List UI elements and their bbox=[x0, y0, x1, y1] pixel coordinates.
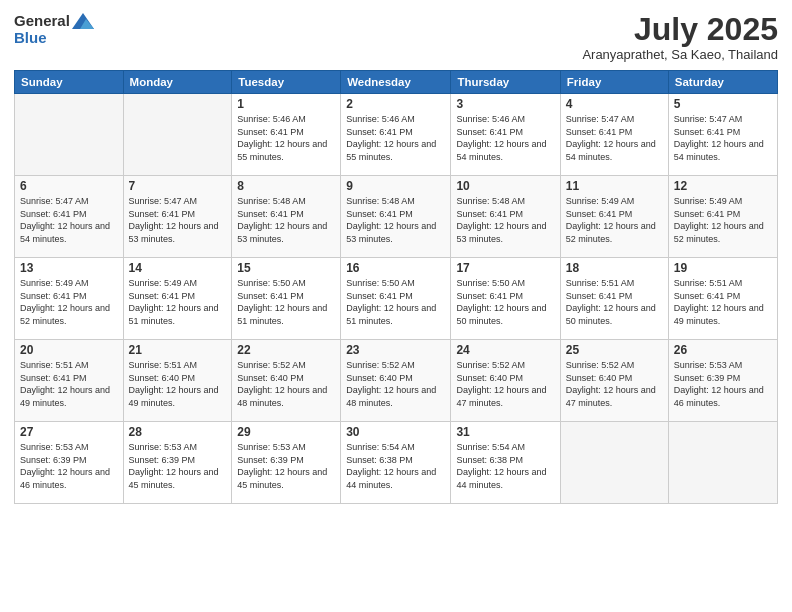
day-number: 29 bbox=[237, 425, 335, 439]
day-info: Sunrise: 5:50 AM Sunset: 6:41 PM Dayligh… bbox=[346, 277, 445, 327]
day-number: 8 bbox=[237, 179, 335, 193]
calendar-header-monday: Monday bbox=[123, 71, 232, 94]
page: General Blue July 2025 Aranyaprathet, Sa… bbox=[0, 0, 792, 612]
calendar-day-cell: 6Sunrise: 5:47 AM Sunset: 6:41 PM Daylig… bbox=[15, 176, 124, 258]
calendar-day-cell: 13Sunrise: 5:49 AM Sunset: 6:41 PM Dayli… bbox=[15, 258, 124, 340]
calendar-day-cell: 25Sunrise: 5:52 AM Sunset: 6:40 PM Dayli… bbox=[560, 340, 668, 422]
calendar-day-cell: 28Sunrise: 5:53 AM Sunset: 6:39 PM Dayli… bbox=[123, 422, 232, 504]
calendar-day-cell bbox=[668, 422, 777, 504]
day-info: Sunrise: 5:52 AM Sunset: 6:40 PM Dayligh… bbox=[456, 359, 554, 409]
day-number: 16 bbox=[346, 261, 445, 275]
calendar-day-cell: 31Sunrise: 5:54 AM Sunset: 6:38 PM Dayli… bbox=[451, 422, 560, 504]
day-number: 3 bbox=[456, 97, 554, 111]
day-number: 31 bbox=[456, 425, 554, 439]
day-info: Sunrise: 5:51 AM Sunset: 6:41 PM Dayligh… bbox=[566, 277, 663, 327]
calendar-header-wednesday: Wednesday bbox=[341, 71, 451, 94]
calendar-week-row: 6Sunrise: 5:47 AM Sunset: 6:41 PM Daylig… bbox=[15, 176, 778, 258]
day-info: Sunrise: 5:53 AM Sunset: 6:39 PM Dayligh… bbox=[674, 359, 772, 409]
calendar-day-cell: 16Sunrise: 5:50 AM Sunset: 6:41 PM Dayli… bbox=[341, 258, 451, 340]
day-number: 27 bbox=[20, 425, 118, 439]
calendar-week-row: 27Sunrise: 5:53 AM Sunset: 6:39 PM Dayli… bbox=[15, 422, 778, 504]
day-number: 4 bbox=[566, 97, 663, 111]
calendar-day-cell: 3Sunrise: 5:46 AM Sunset: 6:41 PM Daylig… bbox=[451, 94, 560, 176]
day-info: Sunrise: 5:47 AM Sunset: 6:41 PM Dayligh… bbox=[674, 113, 772, 163]
day-number: 9 bbox=[346, 179, 445, 193]
calendar-week-row: 13Sunrise: 5:49 AM Sunset: 6:41 PM Dayli… bbox=[15, 258, 778, 340]
calendar-header-thursday: Thursday bbox=[451, 71, 560, 94]
day-number: 2 bbox=[346, 97, 445, 111]
logo-general: General bbox=[14, 12, 70, 29]
day-info: Sunrise: 5:53 AM Sunset: 6:39 PM Dayligh… bbox=[129, 441, 227, 491]
calendar-day-cell: 7Sunrise: 5:47 AM Sunset: 6:41 PM Daylig… bbox=[123, 176, 232, 258]
day-number: 18 bbox=[566, 261, 663, 275]
day-info: Sunrise: 5:47 AM Sunset: 6:41 PM Dayligh… bbox=[566, 113, 663, 163]
calendar-day-cell: 2Sunrise: 5:46 AM Sunset: 6:41 PM Daylig… bbox=[341, 94, 451, 176]
calendar-day-cell: 12Sunrise: 5:49 AM Sunset: 6:41 PM Dayli… bbox=[668, 176, 777, 258]
day-number: 24 bbox=[456, 343, 554, 357]
day-info: Sunrise: 5:52 AM Sunset: 6:40 PM Dayligh… bbox=[237, 359, 335, 409]
calendar-header-row: SundayMondayTuesdayWednesdayThursdayFrid… bbox=[15, 71, 778, 94]
calendar-day-cell: 1Sunrise: 5:46 AM Sunset: 6:41 PM Daylig… bbox=[232, 94, 341, 176]
day-number: 28 bbox=[129, 425, 227, 439]
calendar-header-saturday: Saturday bbox=[668, 71, 777, 94]
day-info: Sunrise: 5:49 AM Sunset: 6:41 PM Dayligh… bbox=[129, 277, 227, 327]
calendar-day-cell: 26Sunrise: 5:53 AM Sunset: 6:39 PM Dayli… bbox=[668, 340, 777, 422]
calendar-day-cell: 27Sunrise: 5:53 AM Sunset: 6:39 PM Dayli… bbox=[15, 422, 124, 504]
day-info: Sunrise: 5:51 AM Sunset: 6:40 PM Dayligh… bbox=[129, 359, 227, 409]
day-info: Sunrise: 5:51 AM Sunset: 6:41 PM Dayligh… bbox=[20, 359, 118, 409]
day-number: 7 bbox=[129, 179, 227, 193]
calendar-header-tuesday: Tuesday bbox=[232, 71, 341, 94]
calendar-day-cell: 30Sunrise: 5:54 AM Sunset: 6:38 PM Dayli… bbox=[341, 422, 451, 504]
calendar-day-cell: 11Sunrise: 5:49 AM Sunset: 6:41 PM Dayli… bbox=[560, 176, 668, 258]
calendar-day-cell: 20Sunrise: 5:51 AM Sunset: 6:41 PM Dayli… bbox=[15, 340, 124, 422]
title-section: July 2025 Aranyaprathet, Sa Kaeo, Thaila… bbox=[582, 12, 778, 62]
location: Aranyaprathet, Sa Kaeo, Thailand bbox=[582, 47, 778, 62]
day-info: Sunrise: 5:50 AM Sunset: 6:41 PM Dayligh… bbox=[456, 277, 554, 327]
day-number: 17 bbox=[456, 261, 554, 275]
calendar-day-cell bbox=[15, 94, 124, 176]
calendar-day-cell: 19Sunrise: 5:51 AM Sunset: 6:41 PM Dayli… bbox=[668, 258, 777, 340]
calendar-day-cell: 14Sunrise: 5:49 AM Sunset: 6:41 PM Dayli… bbox=[123, 258, 232, 340]
day-number: 14 bbox=[129, 261, 227, 275]
day-info: Sunrise: 5:53 AM Sunset: 6:39 PM Dayligh… bbox=[20, 441, 118, 491]
calendar-day-cell: 15Sunrise: 5:50 AM Sunset: 6:41 PM Dayli… bbox=[232, 258, 341, 340]
calendar-day-cell: 24Sunrise: 5:52 AM Sunset: 6:40 PM Dayli… bbox=[451, 340, 560, 422]
day-number: 20 bbox=[20, 343, 118, 357]
month-title: July 2025 bbox=[582, 12, 778, 47]
day-info: Sunrise: 5:49 AM Sunset: 6:41 PM Dayligh… bbox=[674, 195, 772, 245]
day-number: 11 bbox=[566, 179, 663, 193]
day-info: Sunrise: 5:48 AM Sunset: 6:41 PM Dayligh… bbox=[237, 195, 335, 245]
day-number: 30 bbox=[346, 425, 445, 439]
calendar-day-cell: 5Sunrise: 5:47 AM Sunset: 6:41 PM Daylig… bbox=[668, 94, 777, 176]
calendar-week-row: 20Sunrise: 5:51 AM Sunset: 6:41 PM Dayli… bbox=[15, 340, 778, 422]
calendar-day-cell: 8Sunrise: 5:48 AM Sunset: 6:41 PM Daylig… bbox=[232, 176, 341, 258]
calendar-day-cell: 9Sunrise: 5:48 AM Sunset: 6:41 PM Daylig… bbox=[341, 176, 451, 258]
day-info: Sunrise: 5:54 AM Sunset: 6:38 PM Dayligh… bbox=[346, 441, 445, 491]
day-info: Sunrise: 5:49 AM Sunset: 6:41 PM Dayligh… bbox=[566, 195, 663, 245]
calendar-day-cell: 22Sunrise: 5:52 AM Sunset: 6:40 PM Dayli… bbox=[232, 340, 341, 422]
calendar-day-cell: 23Sunrise: 5:52 AM Sunset: 6:40 PM Dayli… bbox=[341, 340, 451, 422]
day-number: 19 bbox=[674, 261, 772, 275]
day-number: 26 bbox=[674, 343, 772, 357]
calendar-day-cell: 17Sunrise: 5:50 AM Sunset: 6:41 PM Dayli… bbox=[451, 258, 560, 340]
day-info: Sunrise: 5:52 AM Sunset: 6:40 PM Dayligh… bbox=[346, 359, 445, 409]
day-number: 1 bbox=[237, 97, 335, 111]
calendar: SundayMondayTuesdayWednesdayThursdayFrid… bbox=[14, 70, 778, 504]
day-number: 10 bbox=[456, 179, 554, 193]
day-number: 15 bbox=[237, 261, 335, 275]
day-info: Sunrise: 5:47 AM Sunset: 6:41 PM Dayligh… bbox=[129, 195, 227, 245]
day-number: 12 bbox=[674, 179, 772, 193]
day-number: 22 bbox=[237, 343, 335, 357]
calendar-day-cell: 29Sunrise: 5:53 AM Sunset: 6:39 PM Dayli… bbox=[232, 422, 341, 504]
logo-icon bbox=[72, 13, 94, 29]
day-info: Sunrise: 5:49 AM Sunset: 6:41 PM Dayligh… bbox=[20, 277, 118, 327]
day-info: Sunrise: 5:48 AM Sunset: 6:41 PM Dayligh… bbox=[346, 195, 445, 245]
day-info: Sunrise: 5:51 AM Sunset: 6:41 PM Dayligh… bbox=[674, 277, 772, 327]
calendar-day-cell bbox=[123, 94, 232, 176]
day-info: Sunrise: 5:46 AM Sunset: 6:41 PM Dayligh… bbox=[456, 113, 554, 163]
calendar-day-cell: 4Sunrise: 5:47 AM Sunset: 6:41 PM Daylig… bbox=[560, 94, 668, 176]
day-info: Sunrise: 5:53 AM Sunset: 6:39 PM Dayligh… bbox=[237, 441, 335, 491]
day-number: 23 bbox=[346, 343, 445, 357]
day-info: Sunrise: 5:48 AM Sunset: 6:41 PM Dayligh… bbox=[456, 195, 554, 245]
calendar-day-cell: 18Sunrise: 5:51 AM Sunset: 6:41 PM Dayli… bbox=[560, 258, 668, 340]
